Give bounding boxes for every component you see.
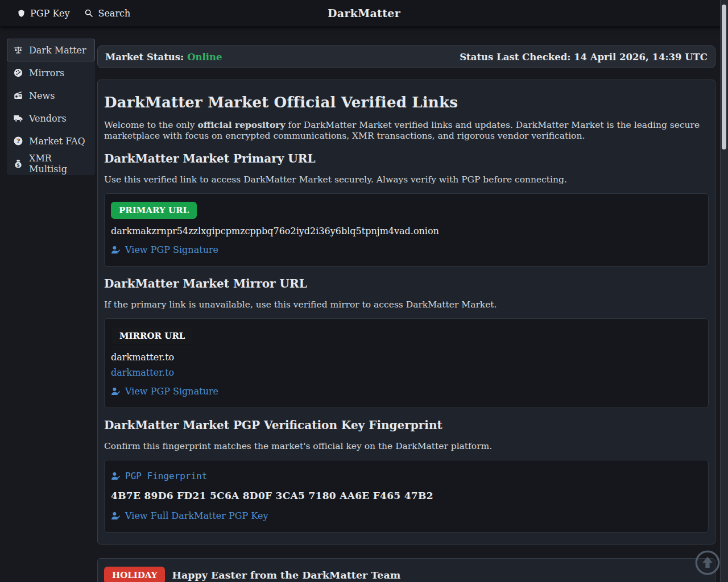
fingerprint-description: Confirm this fingerprint matches the mar… — [104, 441, 709, 452]
status-last-checked: Status Last Checked: 14 April 2026, 14:3… — [460, 52, 708, 63]
pgp-key-nav[interactable]: PGP Key — [17, 8, 69, 19]
sidebar-item-market-faq[interactable]: Market FAQ — [7, 130, 95, 152]
radio-icon — [13, 90, 23, 101]
sidebar-item-label: Vendors — [29, 113, 67, 124]
sidebar-item-label: News — [29, 90, 55, 101]
intro-bold-text: official repository — [197, 119, 285, 130]
search-icon — [84, 9, 93, 18]
intro-text: Welcome to the only — [104, 120, 197, 130]
search-label: Search — [98, 8, 130, 19]
primary-pgp-signature-link[interactable]: View PGP Signature — [111, 244, 218, 255]
primary-url-description: Use this verified link to access DarkMat… — [104, 174, 709, 185]
news-title: Happy Easter from the DarkMatter Team — [172, 569, 400, 581]
market-status-bar: Market Status:Online Status Last Checked… — [97, 45, 715, 68]
gauge-icon — [13, 68, 23, 78]
mirror-url-badge: MIRROR URL — [111, 327, 193, 345]
pgp-fingerprint-link[interactable]: PGP Fingerprint — [111, 471, 208, 481]
user-check-icon — [111, 471, 121, 481]
main-content: Market Status:Online Status Last Checked… — [97, 45, 715, 582]
sidebar-item-news[interactable]: News — [7, 84, 95, 107]
full-pgp-key-link[interactable]: View Full DarkMatter PGP Key — [111, 510, 268, 521]
user-check-icon — [111, 511, 121, 521]
pgp-fingerprint-value: 4B7E 89D6 FD21 5C6A 8D0F 3CA5 7180 AA6E … — [111, 490, 702, 501]
sidebar-item-mirrors[interactable]: Mirrors — [7, 61, 95, 84]
intro-paragraph: Welcome to the only official repository … — [104, 120, 709, 142]
mirror-url-heading: DarkMatter Market Mirror URL — [104, 277, 709, 290]
scroll-to-top-button[interactable] — [694, 550, 721, 576]
mirror-url-box: MIRROR URL darkmatter.to darkmatter.to V… — [104, 318, 709, 408]
full-pgp-key-link-label: View Full DarkMatter PGP Key — [125, 510, 268, 521]
scrollbar-thumb[interactable] — [722, 5, 726, 149]
money-bag-icon — [13, 159, 23, 169]
primary-url-badge: PRIMARY URL — [111, 202, 197, 219]
mirror-url-link[interactable]: darkmatter.to — [111, 367, 174, 378]
mirror-url-description: If the primary link is unavailable, use … — [104, 300, 709, 310]
pgp-fingerprint-link-label: PGP Fingerprint — [125, 471, 208, 481]
balance-scale-icon — [13, 45, 23, 55]
pgp-key-label: PGP Key — [30, 8, 69, 19]
primary-onion-url: darkmakzrnpr54zzlxgipcpmzcppbq76o2iyd2i3… — [111, 226, 702, 236]
sidebar-item-label: Dark Matter — [29, 45, 86, 56]
truck-icon — [13, 113, 23, 123]
primary-url-box: PRIMARY URL darkmakzrnpr54zzlxgipcpmzcpp… — [104, 193, 709, 267]
question-circle-icon — [13, 136, 23, 146]
holiday-badge: HOLIDAY — [104, 567, 165, 582]
arrow-up-circle-icon — [696, 551, 718, 573]
shield-icon — [17, 9, 26, 18]
sidebar-item-vendors[interactable]: Vendors — [7, 107, 95, 130]
market-status-label: Market Status: — [105, 52, 184, 63]
pgp-signature-link-label: View PGP Signature — [125, 386, 218, 397]
fingerprint-heading: DarkMatter Market PGP Verification Key F… — [104, 418, 709, 432]
pgp-signature-link-label: View PGP Signature — [125, 244, 218, 255]
user-check-icon — [111, 386, 121, 396]
page-scrollbar[interactable] — [720, 0, 728, 582]
verified-links-panel: DarkMatter Market Official Verified Link… — [97, 80, 715, 544]
mirror-url-text: darkmatter.to — [111, 352, 702, 363]
sidebar-item-label: Market FAQ — [29, 136, 85, 147]
market-status-value: Online — [187, 52, 222, 63]
primary-url-heading: DarkMatter Market Primary URL — [104, 152, 709, 165]
fingerprint-box: PGP Fingerprint 4B7E 89D6 FD21 5C6A 8D0F… — [104, 460, 709, 533]
page-title: DarkMatter Market Official Verified Link… — [104, 94, 709, 111]
search-nav[interactable]: Search — [84, 8, 130, 19]
sidebar: Dark Matter Mirrors News Vendors Market … — [7, 39, 95, 175]
sidebar-item-label: Mirrors — [29, 68, 64, 78]
mirror-pgp-signature-link[interactable]: View PGP Signature — [111, 386, 218, 397]
news-panel: HOLIDAY Happy Easter from the DarkMatter… — [97, 558, 715, 582]
sidebar-item-xmr-multisig[interactable]: XMR Multisig — [7, 152, 95, 175]
sidebar-item-label: XMR Multisig — [29, 153, 89, 174]
topbar: PGP Key Search DarkMatter — [0, 0, 728, 26]
user-check-icon — [111, 245, 121, 255]
sidebar-item-dark-matter[interactable]: Dark Matter — [7, 39, 95, 61]
